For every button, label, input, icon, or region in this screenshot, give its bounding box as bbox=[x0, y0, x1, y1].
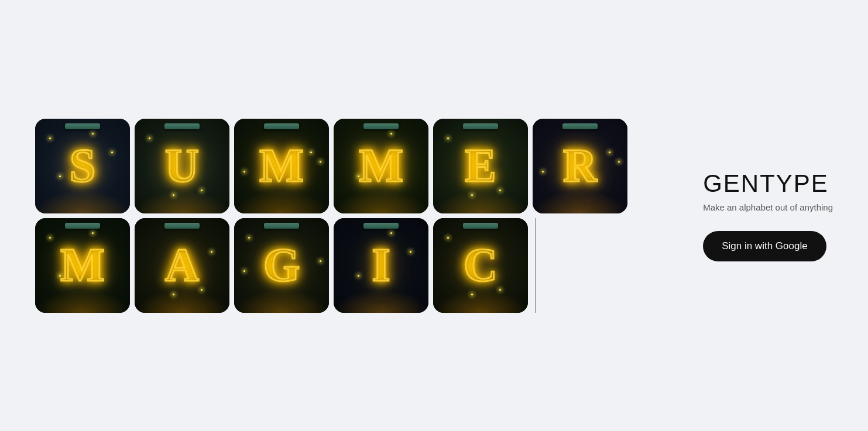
alphabet-grid-wrapper: S U bbox=[35, 119, 627, 313]
jar-lid bbox=[463, 123, 498, 129]
firefly bbox=[243, 171, 245, 173]
jar-lid bbox=[164, 123, 200, 129]
jar-letter: M bbox=[359, 139, 403, 192]
firefly bbox=[310, 151, 312, 153]
jar-cell-u: U bbox=[135, 119, 229, 213]
firefly bbox=[390, 133, 392, 135]
jar-lid bbox=[363, 223, 399, 229]
firefly bbox=[390, 232, 392, 234]
firefly bbox=[471, 294, 473, 295]
jar-letter: C bbox=[464, 239, 498, 292]
jar-letter: E bbox=[465, 139, 496, 192]
right-panel: GENTYPE Make an alphabet out of anything… bbox=[656, 170, 833, 261]
brand-subtitle: Make an alphabet out of anything bbox=[703, 202, 833, 212]
firefly bbox=[49, 237, 51, 239]
jar-letter: A bbox=[165, 239, 199, 292]
jar-glow bbox=[135, 289, 229, 313]
sign-in-button[interactable]: Sign in with Google bbox=[703, 231, 826, 261]
jar-glow bbox=[334, 289, 428, 313]
firefly bbox=[149, 137, 150, 139]
jar-cell-c: C bbox=[433, 218, 528, 313]
firefly bbox=[320, 260, 321, 262]
main-container: S U bbox=[0, 119, 868, 313]
firefly bbox=[173, 294, 174, 295]
jar-cell-g: G bbox=[234, 218, 329, 313]
jar-cell-s: S bbox=[35, 119, 130, 213]
jar-cell-r: R bbox=[533, 119, 627, 213]
firefly bbox=[49, 137, 51, 139]
jar-lid bbox=[264, 123, 299, 129]
firefly bbox=[59, 275, 61, 277]
jar-lid bbox=[363, 123, 399, 129]
jar-letter: S bbox=[70, 139, 96, 192]
jar-glow bbox=[35, 289, 130, 313]
jar-letter: M bbox=[60, 239, 105, 292]
jar-lid bbox=[463, 223, 498, 229]
jar-letter: U bbox=[165, 139, 199, 192]
jar-lid bbox=[264, 223, 299, 229]
jar-glow bbox=[533, 190, 627, 213]
jar-glow bbox=[135, 190, 229, 213]
jar-cell-e: E bbox=[433, 119, 528, 213]
jar-cell-m1: M bbox=[234, 119, 329, 213]
jar-letter: G bbox=[263, 239, 300, 292]
firefly bbox=[447, 237, 449, 239]
jar-glow bbox=[433, 289, 528, 313]
jar-glow bbox=[234, 190, 329, 213]
jar-lid bbox=[164, 223, 200, 229]
jar-lid bbox=[65, 123, 100, 129]
jar-letter: I bbox=[372, 239, 390, 292]
firefly bbox=[410, 251, 411, 253]
firefly bbox=[59, 175, 61, 177]
jar-cell-m2: M bbox=[334, 119, 428, 213]
jar-glow bbox=[433, 190, 528, 213]
firefly bbox=[471, 194, 473, 196]
jar-glow bbox=[234, 289, 329, 313]
firefly bbox=[92, 232, 94, 234]
jar-glow bbox=[334, 190, 428, 213]
firefly bbox=[618, 161, 620, 163]
firefly bbox=[111, 151, 113, 153]
jar-cell-m3: M bbox=[35, 218, 130, 313]
firefly bbox=[211, 251, 212, 253]
vertical-divider bbox=[535, 218, 536, 313]
firefly bbox=[358, 175, 359, 177]
jar-lid bbox=[65, 223, 100, 229]
jar-cell-a: A bbox=[135, 218, 229, 313]
firefly bbox=[320, 161, 321, 163]
jar-letter: R bbox=[563, 139, 597, 192]
firefly bbox=[447, 137, 449, 139]
brand-title: GENTYPE bbox=[703, 170, 829, 198]
firefly bbox=[358, 275, 359, 277]
jar-cell-i: I bbox=[334, 218, 428, 313]
firefly bbox=[542, 171, 544, 173]
jar-letter: M bbox=[259, 139, 304, 192]
firefly bbox=[92, 133, 94, 135]
jar-lid bbox=[562, 123, 598, 129]
firefly bbox=[173, 194, 174, 196]
jar-glow bbox=[35, 190, 130, 213]
firefly bbox=[609, 151, 610, 153]
firefly bbox=[248, 237, 250, 239]
firefly bbox=[243, 270, 245, 272]
